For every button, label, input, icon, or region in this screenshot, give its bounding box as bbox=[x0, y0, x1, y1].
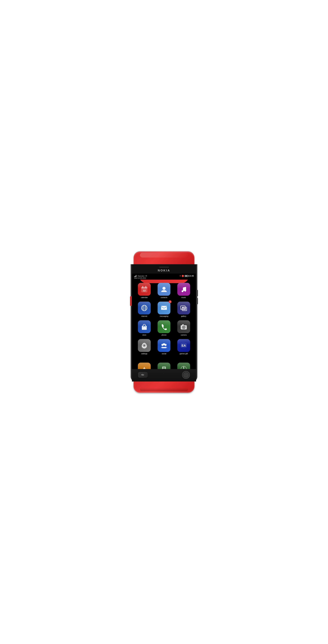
side-button-right-bottom[interactable] bbox=[196, 298, 198, 304]
app-camera[interactable]: camera bbox=[174, 319, 193, 338]
contacts-label: contacts bbox=[161, 296, 167, 298]
svg-point-31 bbox=[163, 343, 165, 345]
app-social[interactable]: social bbox=[154, 338, 174, 356]
app-settings[interactable]: settings bbox=[135, 338, 154, 356]
svg-point-19 bbox=[183, 307, 184, 308]
partial2-icon bbox=[158, 362, 170, 369]
partial2-svg bbox=[160, 365, 168, 369]
calendar-svg: 12 bbox=[141, 286, 148, 293]
settings-icon bbox=[138, 339, 151, 352]
partial-app-row: N bbox=[132, 360, 196, 369]
home-button[interactable] bbox=[182, 371, 190, 379]
app-phone[interactable]: phone bbox=[154, 319, 174, 338]
settings-label: settings bbox=[141, 353, 147, 354]
gallery-label: gallery bbox=[181, 315, 186, 317]
app-partial-3[interactable]: N bbox=[174, 361, 193, 369]
app-store[interactable]: store bbox=[135, 319, 154, 338]
svg-rect-38 bbox=[163, 368, 165, 369]
svg-point-28 bbox=[144, 345, 145, 346]
bottom-nav bbox=[132, 369, 196, 382]
partial3-svg: N bbox=[180, 365, 187, 369]
gallery-svg bbox=[180, 304, 187, 312]
messaging-icon bbox=[158, 302, 170, 314]
contacts-svg bbox=[160, 286, 168, 293]
music-svg bbox=[180, 286, 187, 293]
partial3-icon: N bbox=[177, 362, 190, 369]
brand-area: NOKIA bbox=[132, 264, 196, 274]
music-icon bbox=[177, 283, 190, 296]
signal-bar-4 bbox=[136, 275, 137, 277]
phone-top-cap bbox=[134, 252, 194, 264]
internet-label: internet bbox=[141, 315, 147, 317]
svg-point-5 bbox=[162, 287, 165, 290]
speaker-slot bbox=[159, 267, 169, 268]
contacts-icon bbox=[158, 283, 170, 296]
side-button-volume[interactable] bbox=[130, 296, 132, 306]
status-left: Operator ✉ Wed 12-05-2012 bbox=[134, 275, 147, 279]
signal-row: Operator ✉ bbox=[134, 275, 147, 277]
phone-body: NOKIA Operator ✉ bbox=[132, 264, 196, 382]
app-partial-2[interactable] bbox=[154, 361, 174, 369]
phone-svg bbox=[160, 323, 168, 330]
store-label: store bbox=[142, 334, 146, 336]
games-svg: EA bbox=[180, 342, 187, 349]
app-music[interactable]: music bbox=[174, 281, 193, 300]
side-button-right-top[interactable] bbox=[196, 290, 198, 296]
status-right: ✕ 🔴 14:45 bbox=[179, 275, 194, 277]
music-label: music bbox=[181, 296, 186, 298]
status-date: Wed 12-05-2012 bbox=[134, 277, 147, 279]
nokia-logo: NOKIA bbox=[158, 269, 170, 272]
phone-screen: Operator ✉ Wed 12-05-2012 ✕ 🔴 14:45 bbox=[132, 274, 196, 382]
calendar-icon: 12 bbox=[138, 283, 151, 296]
app-messaging[interactable]: 1 messaging bbox=[154, 300, 174, 319]
svg-point-43 bbox=[185, 374, 187, 376]
signal-bar-2 bbox=[135, 276, 135, 277]
camera-label: camera bbox=[181, 334, 187, 336]
messaging-svg bbox=[160, 304, 168, 312]
settings-svg bbox=[141, 342, 148, 349]
svg-point-9 bbox=[181, 290, 183, 292]
partial1-icon bbox=[138, 362, 151, 369]
messaging-label: messaging bbox=[160, 315, 168, 317]
phone-label: phone bbox=[162, 334, 167, 336]
gallery-icon bbox=[177, 302, 190, 314]
store-icon bbox=[138, 320, 151, 333]
partial1-svg bbox=[141, 365, 148, 369]
social-label: social bbox=[162, 353, 166, 354]
back-button-icon bbox=[140, 373, 145, 376]
svg-text:12: 12 bbox=[143, 289, 146, 292]
mail-status-icon: ✉ bbox=[145, 275, 147, 277]
phone-icon bbox=[158, 320, 170, 333]
phone-bottom-cap bbox=[134, 382, 194, 393]
phone-device: NOKIA Operator ✉ bbox=[130, 252, 198, 393]
app-calendar[interactable]: 12 calendar bbox=[135, 281, 154, 300]
app-games[interactable]: EA games gift bbox=[174, 338, 193, 356]
app-partial-1[interactable] bbox=[135, 361, 154, 369]
games-label: games gift bbox=[180, 353, 188, 354]
operator-name: Operator bbox=[138, 275, 144, 277]
store-svg bbox=[141, 323, 148, 330]
signal-bar-3 bbox=[135, 276, 136, 277]
svg-point-10 bbox=[184, 290, 186, 292]
signal-x-icon: ✕ bbox=[179, 275, 181, 277]
svg-rect-37 bbox=[163, 367, 165, 368]
bluetooth-icon: 🔴 bbox=[182, 275, 184, 277]
camera-icon bbox=[177, 320, 190, 333]
signal-bars-icon bbox=[134, 275, 137, 277]
social-svg bbox=[160, 342, 168, 349]
svg-rect-1 bbox=[141, 287, 147, 288]
back-button[interactable] bbox=[138, 372, 148, 378]
svg-point-23 bbox=[183, 326, 185, 328]
calendar-label: calendar bbox=[141, 296, 148, 298]
internet-icon bbox=[138, 302, 151, 314]
home-button-icon bbox=[184, 373, 188, 377]
status-bar: Operator ✉ Wed 12-05-2012 ✕ 🔴 14:45 bbox=[132, 274, 196, 280]
app-gallery[interactable]: gallery bbox=[174, 300, 193, 319]
internet-svg bbox=[141, 304, 148, 312]
app-contacts[interactable]: contacts bbox=[154, 281, 174, 300]
svg-rect-16 bbox=[161, 306, 167, 310]
battery-icon bbox=[185, 275, 188, 277]
svg-rect-24 bbox=[182, 324, 184, 326]
app-internet[interactable]: internet bbox=[135, 300, 154, 319]
app-grid: 12 calendar contacts bbox=[132, 280, 196, 360]
